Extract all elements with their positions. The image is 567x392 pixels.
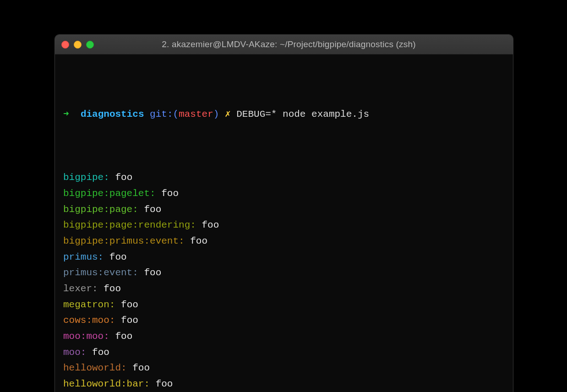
prompt-paren-open: (	[173, 109, 179, 120]
debug-namespace: primus:event:	[63, 267, 138, 278]
debug-message: foo	[144, 267, 161, 278]
debug-namespace: moo:	[63, 347, 86, 358]
output-line: cows:moo: foo	[63, 313, 505, 329]
debug-message: foo	[202, 220, 219, 230]
output-line: bigpipe: foo	[63, 170, 505, 186]
output-line: bigpipe:page:rendering: foo	[63, 218, 505, 234]
output-line: primus: foo	[63, 250, 505, 266]
prompt-git-label: git:	[150, 109, 173, 120]
terminal-window: 2. akazemier@LMDV-AKaze: ~/Project/bigpi…	[55, 34, 513, 392]
debug-message: foo	[104, 283, 121, 294]
debug-namespace: bigpipe:page:rendering:	[63, 220, 196, 230]
output-line: bigpipe:pagelet: foo	[63, 186, 505, 202]
debug-message: foo	[115, 331, 132, 342]
prompt-branch: master	[179, 109, 213, 120]
titlebar: 2. akazemier@LMDV-AKaze: ~/Project/bigpi…	[55, 35, 513, 54]
command-text: DEBUG=* node example.js	[236, 109, 369, 120]
debug-message: foo	[115, 172, 132, 183]
debug-message: foo	[190, 236, 207, 246]
debug-message: foo	[144, 204, 161, 215]
output-line: moo: foo	[63, 345, 505, 361]
debug-namespace: cows:moo:	[63, 315, 115, 326]
debug-namespace: bigpipe:	[63, 172, 109, 183]
output-line: lexer: foo	[63, 281, 505, 297]
debug-namespace: lexer:	[63, 283, 98, 294]
close-icon[interactable]	[61, 41, 69, 49]
debug-namespace: helloworld:	[63, 363, 127, 373]
output-line: helloworld:bar: foo	[63, 376, 505, 392]
prompt-dirty-icon: ✗	[225, 109, 231, 120]
debug-namespace: megatron:	[63, 299, 115, 310]
output-line: helloworld: foo	[63, 360, 505, 376]
debug-namespace: moo:moo:	[63, 331, 109, 342]
debug-namespace: bigpipe:page:	[63, 204, 138, 215]
terminal-body[interactable]: ➜ diagnostics git:(master) ✗ DEBUG=* nod…	[55, 54, 513, 392]
debug-namespace: bigpipe:primus:event:	[63, 236, 185, 246]
output-line: primus:event: foo	[63, 265, 505, 281]
output-line: megatron: foo	[63, 297, 505, 313]
debug-message: foo	[132, 363, 150, 373]
prompt-arrow-icon: ➜	[63, 109, 69, 120]
debug-message: foo	[92, 347, 109, 358]
output-line: bigpipe:page: foo	[63, 202, 505, 218]
debug-message: foo	[156, 379, 173, 389]
prompt-paren-close: )	[213, 109, 219, 120]
debug-message: foo	[121, 315, 138, 326]
window-title: 2. akazemier@LMDV-AKaze: ~/Project/bigpi…	[71, 39, 507, 49]
prompt-cwd: diagnostics	[81, 109, 144, 120]
debug-namespace: primus:	[63, 252, 104, 262]
debug-message: foo	[161, 188, 179, 199]
output-line: moo:moo: foo	[63, 329, 505, 345]
debug-message: foo	[109, 252, 127, 262]
output-line: bigpipe:primus:event: foo	[63, 234, 505, 250]
prompt-line: ➜ diagnostics git:(master) ✗ DEBUG=* nod…	[63, 107, 505, 123]
debug-namespace: bigpipe:pagelet:	[63, 188, 156, 199]
debug-message: foo	[121, 299, 138, 310]
debug-namespace: helloworld:bar:	[63, 379, 150, 389]
